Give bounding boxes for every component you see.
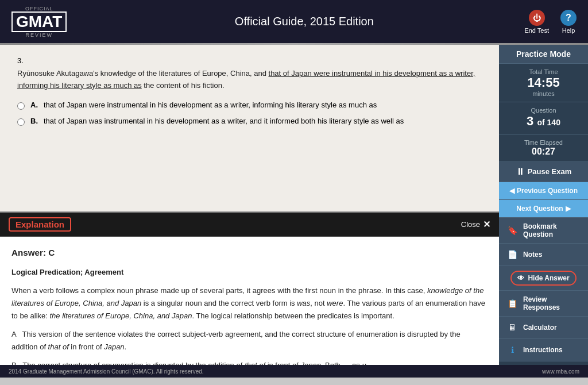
choice-a: A. that of Japan were instrumental in hi… bbox=[17, 101, 482, 110]
choice-b-text: that of Japan was instrumental in his de… bbox=[44, 117, 404, 125]
time-elapsed-label: Time Elapsed bbox=[502, 139, 585, 146]
review-icon: 📋 bbox=[506, 297, 519, 310]
time-elapsed-block: Time Elapsed 00:27 bbox=[499, 134, 588, 162]
practice-mode-header: Practice Mode bbox=[499, 45, 588, 64]
total-time-block: Total Time 14:55 minutes bbox=[499, 64, 588, 102]
hide-answer-icon: 👁 bbox=[517, 274, 524, 282]
close-explanation-button[interactable]: Close ✕ bbox=[461, 219, 490, 230]
question-label: Question bbox=[502, 107, 585, 114]
next-arrow-icon: ▶ bbox=[566, 205, 571, 213]
help-button[interactable]: ? Help bbox=[560, 10, 577, 34]
instructions-label: Instructions bbox=[523, 346, 563, 354]
question-text-after: the content of his fiction. bbox=[142, 81, 225, 90]
pause-icon: ⏸ bbox=[516, 167, 525, 177]
end-test-label: End Test bbox=[524, 27, 549, 34]
previous-question-button[interactable]: ◀ Previous Question bbox=[499, 182, 588, 200]
explanation-header: Explanation Close ✕ bbox=[0, 213, 499, 237]
question-number-display: 3 of 140 bbox=[502, 114, 585, 129]
logo-official-text: OFFICIAL bbox=[25, 6, 53, 11]
choice-b-label: B. bbox=[30, 117, 38, 125]
total-time-value: 14:55 bbox=[502, 75, 585, 90]
hide-answer-pill: 👁 Hide Answer bbox=[510, 271, 576, 286]
choice-a-text: that of Japan were instrumental in his d… bbox=[44, 101, 377, 109]
total-time-unit: minutes bbox=[502, 90, 585, 97]
help-icon: ? bbox=[560, 10, 577, 26]
question-total: 140 bbox=[547, 118, 560, 127]
review-responses-button[interactable]: 📋 Review Responses bbox=[499, 291, 588, 317]
question-number: 3. bbox=[17, 56, 482, 65]
hide-answer-label: Hide Answer bbox=[528, 274, 569, 282]
explanation-body[interactable]: Answer: C Logical Predication; Agreement… bbox=[0, 237, 499, 365]
close-label: Close bbox=[461, 220, 480, 229]
bookmark-label: Bookmark Question bbox=[523, 222, 585, 238]
notes-icon: 📄 bbox=[506, 248, 519, 261]
logo-area: OFFICIAL GMAT REVIEW bbox=[11, 6, 67, 38]
notes-label: Notes bbox=[523, 251, 542, 259]
question-current: 3 bbox=[527, 114, 533, 128]
section-title: Logical Predication; Agreement bbox=[11, 266, 488, 279]
calculator-button[interactable]: 🖩 Calculator bbox=[499, 317, 588, 339]
footer-url: www.mba.com bbox=[542, 368, 579, 375]
end-test-button[interactable]: ⏻ End Test bbox=[524, 10, 549, 34]
review-responses-label: Review Responses bbox=[523, 295, 585, 311]
next-question-label: Next Question bbox=[516, 205, 563, 213]
bookmark-icon: 🔖 bbox=[506, 224, 519, 237]
time-elapsed-value: 00:27 bbox=[502, 146, 585, 157]
instructions-button[interactable]: ℹ Instructions bbox=[499, 339, 588, 361]
question-text: Ryūnosuke Akutagawa's knowledge of the l… bbox=[17, 68, 482, 92]
explanation-panel: Explanation Close ✕ Answer: C Logical Pr… bbox=[0, 211, 499, 365]
choice-b-radio[interactable] bbox=[17, 118, 25, 126]
explanation-choice-b: B The correct structure of enumeration i… bbox=[11, 359, 488, 365]
question-of-label: of bbox=[537, 118, 547, 127]
answer-choices: A. that of Japan were instrumental in hi… bbox=[17, 101, 482, 126]
end-test-icon: ⏻ bbox=[529, 10, 545, 26]
explanation-paragraph1: When a verb follows a complex noun phras… bbox=[11, 284, 488, 322]
calculator-label: Calculator bbox=[523, 324, 557, 332]
total-time-label: Total Time bbox=[502, 68, 585, 75]
help-label: Help bbox=[562, 27, 575, 34]
question-area: 3. Ryūnosuke Akutagawa's knowledge of th… bbox=[0, 45, 499, 144]
choice-b: B. that of Japan was instrumental in his… bbox=[17, 117, 482, 126]
footer-copyright: 2014 Graduate Management Admission Counc… bbox=[9, 368, 204, 375]
close-icon: ✕ bbox=[483, 219, 490, 230]
pause-label: Pause Exam bbox=[528, 167, 572, 176]
question-text-before: Ryūnosuke Akutagawa's knowledge of the l… bbox=[17, 69, 269, 78]
prev-question-label: Previous Question bbox=[517, 187, 578, 195]
notes-button[interactable]: 📄 Notes bbox=[499, 244, 588, 266]
next-question-button[interactable]: Next Question ▶ bbox=[499, 200, 588, 218]
choice-a-radio[interactable] bbox=[17, 102, 25, 110]
main-content: 3. Ryūnosuke Akutagawa's knowledge of th… bbox=[0, 45, 588, 365]
explanation-choice-a: A This version of the sentence violates … bbox=[11, 328, 488, 353]
explanation-label: Explanation bbox=[9, 217, 71, 232]
choice-a-label: A. bbox=[30, 101, 38, 109]
question-count-block: Question 3 of 140 bbox=[499, 102, 588, 134]
answer-line: Answer: C bbox=[11, 245, 488, 260]
logo-review-text: REVIEW bbox=[25, 32, 53, 38]
header-actions: ⏻ End Test ? Help bbox=[524, 10, 577, 34]
pause-exam-button[interactable]: ⏸ Pause Exam bbox=[499, 162, 588, 182]
instructions-icon: ℹ bbox=[506, 344, 519, 356]
logo-gmat-text: GMAT bbox=[11, 11, 67, 32]
prev-arrow-icon: ◀ bbox=[509, 187, 514, 195]
question-panel: 3. Ryūnosuke Akutagawa's knowledge of th… bbox=[0, 45, 499, 365]
bookmark-button[interactable]: 🔖 Bookmark Question bbox=[499, 218, 588, 244]
app-title: Official Guide, 2015 Edition bbox=[84, 15, 524, 28]
right-sidebar: Practice Mode Total Time 14:55 minutes Q… bbox=[499, 45, 588, 365]
hide-answer-button[interactable]: 👁 Hide Answer bbox=[499, 266, 588, 291]
calculator-icon: 🖩 bbox=[506, 321, 519, 334]
app-header: OFFICIAL GMAT REVIEW Official Guide, 201… bbox=[0, 0, 588, 43]
app-footer: 2014 Graduate Management Admission Counc… bbox=[0, 365, 588, 378]
